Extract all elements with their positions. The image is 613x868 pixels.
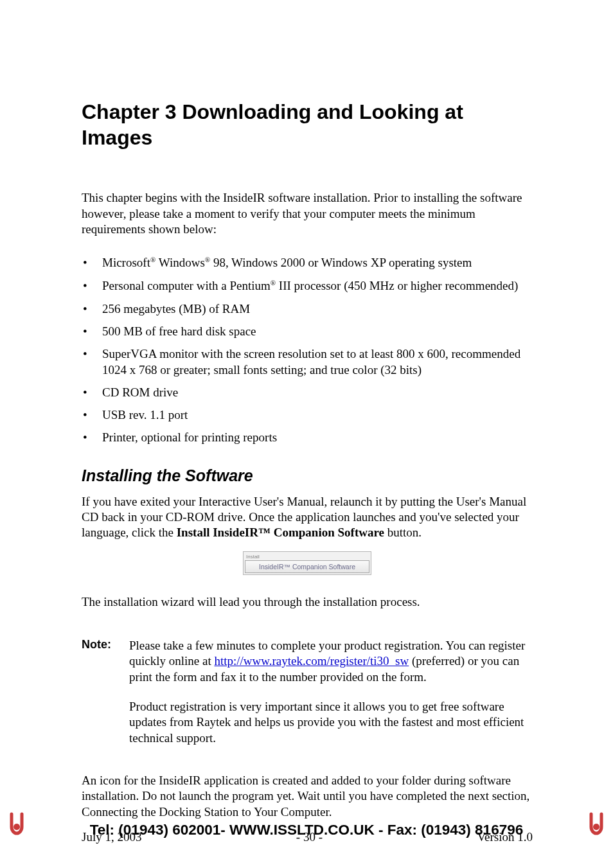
note-label: Note: xyxy=(82,638,118,760)
list-item: 500 MB of free hard disk space xyxy=(101,324,533,339)
bold-text: Install InsideIR™ Companion Software xyxy=(177,526,384,539)
list-item: 256 megabytes (MB) of RAM xyxy=(101,301,533,317)
req-text: 98, Windows 2000 or Windows XP operating… xyxy=(210,256,472,270)
req-text: USB rev. 1.1 port xyxy=(102,408,188,421)
list-item: CD ROM drive xyxy=(101,385,533,400)
chapter-title: Chapter 3 Downloading and Looking at Ima… xyxy=(82,100,533,150)
list-item: Personal computer with a Pentium® III pr… xyxy=(101,278,533,294)
registration-link[interactable]: http://www.raytek.com/register/ti30_sw xyxy=(214,654,409,668)
button-screenshot-wrap: Install InsideIR™ Companion Software xyxy=(82,551,533,575)
intro-paragraph: This chapter begins with the InsideIR so… xyxy=(82,190,533,237)
req-text: 256 megabytes (MB) of RAM xyxy=(102,302,250,315)
note-text: Please take a few minutes to complete yo… xyxy=(129,638,533,760)
req-text: III processor (450 MHz or higher recomme… xyxy=(276,279,518,292)
registered-mark: ® xyxy=(271,279,276,287)
note-paragraph: Product registration is very important s… xyxy=(129,699,533,746)
banner-text: Tel: (01943) 602001- WWW.ISSLTD.CO.UK - … xyxy=(90,822,523,838)
req-text: Windows xyxy=(155,256,204,270)
body-paragraph: If you have exited your Interactive User… xyxy=(82,494,533,541)
list-item: Printer, optional for printing reports xyxy=(101,430,533,445)
registered-mark: ® xyxy=(205,256,210,263)
section-heading: Installing the Software xyxy=(82,466,533,485)
list-item: SuperVGA monitor with the screen resolut… xyxy=(101,346,533,378)
req-text: 500 MB of free hard disk space xyxy=(102,324,256,338)
list-item: Microsoft® Windows® 98, Windows 2000 or … xyxy=(101,255,533,271)
para-text: button. xyxy=(384,526,422,539)
install-button-screenshot: Install InsideIR™ Companion Software xyxy=(243,551,371,575)
body-paragraph: An icon for the InsideIR application is … xyxy=(82,773,533,820)
list-item: USB rev. 1.1 port xyxy=(101,407,533,423)
note-paragraph: Please take a few minutes to complete yo… xyxy=(129,638,533,685)
req-text: Microsoft xyxy=(102,256,150,270)
req-text: CD ROM drive xyxy=(102,385,178,399)
screenshot-label: Install xyxy=(245,553,369,560)
body-paragraph: The installation wizard will lead you th… xyxy=(82,594,533,610)
req-text: SuperVGA monitor with the screen resolut… xyxy=(102,347,520,376)
screenshot-button: InsideIR™ Companion Software xyxy=(245,560,369,573)
document-page: Chapter 3 Downloading and Looking at Ima… xyxy=(0,0,613,868)
req-text: Printer, optional for printing reports xyxy=(102,430,277,444)
req-text: Personal computer with a Pentium xyxy=(102,279,271,292)
requirements-list: Microsoft® Windows® 98, Windows 2000 or … xyxy=(82,255,533,445)
note-block: Note: Please take a few minutes to compl… xyxy=(82,638,533,760)
bottom-banner: Tel: (01943) 602001- WWW.ISSLTD.CO.UK - … xyxy=(0,822,613,838)
